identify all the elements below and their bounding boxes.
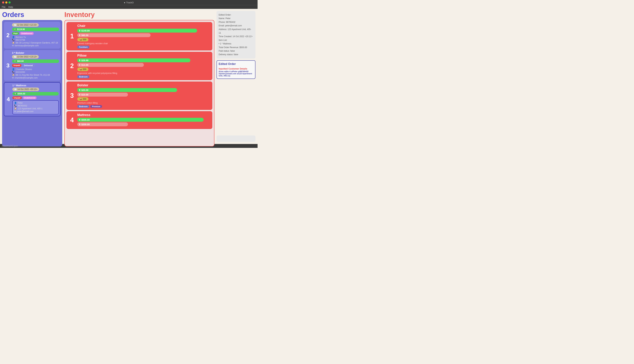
inventory-item-1[interactable]: 1 Chair ⬆ $149.99 ⬇ $80.50 (66, 22, 212, 50)
statusbar-text: /data/trackO.json (2, 145, 18, 147)
clock-icon-3: 🕐 (14, 56, 17, 58)
inv-tags-3: Bedroom Premium (77, 105, 210, 108)
titlebar: ● TrackO (0, 0, 258, 5)
edited-order-info: Edited Order: Name: Peter Phone: 9876543… (216, 11, 256, 58)
home-icon-4: 🏠 (14, 107, 17, 110)
order-item-name-3: 3 * Bolster (12, 52, 59, 54)
inv-name-2: Pillow (77, 54, 210, 58)
inv-number-3: 3 (68, 84, 76, 108)
menu-help[interactable]: Help (8, 6, 13, 8)
order-phone-display: Phone: 98765432 (219, 20, 253, 24)
inv-cost-price-1: ⬇ $80.50 (77, 33, 88, 37)
down-arrow-icon-4: ⬇ (79, 123, 81, 126)
badge-unpaid-3: Unpaid (12, 64, 22, 67)
close-button[interactable] (2, 2, 4, 4)
order-address-4: 🏠 123 Apartment Unit, #05-1 (14, 107, 57, 110)
traffic-lights[interactable] (2, 2, 10, 4)
minimize-button[interactable] (5, 2, 8, 4)
down-arrow-icon-2: ⬇ (79, 64, 81, 66)
inv-stock-2: 📦 300 (77, 68, 88, 71)
app-title: ● TrackO (124, 1, 134, 4)
item-list-label: Item List: (219, 38, 253, 42)
menubar: File Help (0, 5, 258, 9)
inv-tags-1: Furniture (77, 46, 210, 48)
inv-cost-bar-3: ⬇ $10.00 (77, 93, 210, 96)
inv-sell-bar-3: ⬆ $20.00 (77, 88, 210, 92)
down-arrow-icon-1: ⬇ (79, 34, 81, 36)
inv-sell-price-1: ⬆ $149.99 (77, 29, 90, 32)
inv-number-2: 2 (68, 54, 76, 78)
item-list-value: • 1 * Mattress (219, 42, 253, 46)
inventory-item-4[interactable]: 4 Mattress ⬆ $500.00 ⬇ $200 (66, 111, 212, 129)
edited-order-box-title: Edited Order (219, 62, 253, 66)
order-date-3: 🕐 13 Oct 2022 <13:12> (12, 55, 39, 58)
up-arrow-icon-4: ⬆ (79, 118, 81, 121)
order-amount-2: 💵 $119.96 (12, 28, 59, 31)
order-card-4[interactable]: 4 1 * Mattress 🕐 14 Oct 2022 <20:12> 💵 $… (4, 82, 60, 116)
order-date-4: 🕐 14 Oct 2022 <20:12> (12, 88, 39, 91)
order-number-3: 3 (5, 52, 10, 80)
dollar-icon-2: 💵 (14, 28, 16, 30)
person-icon-3: 👤 (12, 68, 15, 70)
revenue-display: Total Order Revenue: $500.00 (219, 46, 253, 49)
inv-cost-bar-1: ⬇ $80.50 (77, 33, 210, 37)
order-name-2: 👤 Bernice Yu (12, 36, 59, 38)
inv-stock-3: 📦 300 (77, 97, 88, 101)
order-details-2: 🕐 12 Oct 2022 <12:15> 💵 $119.96 Paid Und… (12, 23, 59, 47)
right-panel: Edited Order: Name: Peter Phone: 9876543… (216, 11, 256, 142)
up-arrow-icon-2: ⬆ (79, 59, 81, 62)
order-badges-3: Unpaid Delivered (12, 64, 59, 67)
clock-icon-4: 🕐 (14, 88, 17, 90)
inv-number-4: 4 (68, 113, 76, 127)
order-number-2: 2 (5, 23, 10, 47)
bottom-input-box[interactable] (216, 136, 256, 142)
order-number-4: 4 (6, 84, 11, 114)
paid-status-display: Paid status: false (219, 49, 253, 53)
main-content: Orders 2 🕐 12 Oct 2022 <12:15> 💵 $119.96… (0, 9, 258, 144)
edited-order-label: Edited Order: (219, 13, 253, 17)
menu-file[interactable]: File (2, 6, 6, 8)
order-email-2: ✉ berniceyu@example.com (12, 44, 59, 47)
badge-undelivered-4: Undelivered (23, 96, 36, 99)
inventory-item-3[interactable]: 3 Bolster ⬆ $20.00 ⬇ $10.00 (66, 82, 212, 110)
inv-tag-furniture-1: Furniture (77, 46, 89, 48)
inv-tag-premium-3: Premium (90, 105, 102, 108)
email-icon-2: ✉ (12, 44, 14, 47)
inventory-item-2[interactable]: 2 Pillow ⬆ $29.99 ⬇ $14.99 (66, 52, 212, 80)
inv-desc-3: Premium cotton filling (77, 102, 210, 104)
order-badges-4: Unpaid Undelivered (12, 96, 59, 99)
inv-sell-bar-2: ⬆ $29.99 (77, 58, 210, 62)
inv-tag-bedroom-2: Bedroom (77, 75, 89, 78)
box-icon-1: 📦 (80, 38, 82, 41)
inventory-title: Inventory (64, 11, 214, 18)
inventory-list: 1 Chair ⬆ $149.99 ⬇ $80.50 (64, 20, 214, 146)
orders-list: 2 🕐 12 Oct 2022 <12:15> 💵 $119.96 Paid U… (2, 20, 62, 146)
person-icon-4: 👤 (14, 102, 17, 104)
trackO-icon: ● (124, 1, 126, 4)
order-details-4: 1 * Mattress 🕐 14 Oct 2022 <20:12> 💵 $50… (12, 84, 59, 114)
order-name-3: 👤 Charlotte Oliveiro (12, 68, 59, 70)
down-arrow-icon-3: ⬇ (79, 94, 81, 96)
inv-details-1: Chair ⬆ $149.99 ⬇ $80.50 (77, 24, 210, 48)
order-email-display: Email: peter@email.com (219, 24, 253, 28)
phone-icon-2: 📞 (12, 39, 15, 41)
inv-cost-bar-2: ⬇ $14.99 (77, 63, 210, 67)
inv-number-1: 1 (68, 24, 76, 48)
home-icon-3: 🏠 (12, 74, 15, 76)
inv-name-3: Bolster (77, 84, 210, 87)
inv-sell-bar-bg-3 (77, 88, 177, 92)
inv-sell-bar-4: ⬆ $500.00 (77, 118, 210, 122)
inv-details-4: Mattress ⬆ $500.00 ⬇ $200.00 (77, 113, 210, 127)
order-card-3[interactable]: 3 3 * Bolster 🕐 13 Oct 2022 <13:12> 💵 $6… (4, 50, 60, 81)
inv-sell-bar-bg-1 (77, 29, 197, 32)
order-phone-2: 📞 99272758 (12, 39, 59, 41)
badge-paid-2: Paid (12, 32, 19, 35)
maximize-button[interactable] (8, 2, 10, 4)
order-details-3: 3 * Bolster 🕐 13 Oct 2022 <13:12> 💵 $60.… (12, 52, 59, 80)
badge-delivered-3: Delivered (22, 64, 34, 67)
home-icon-2: 🏠 (12, 42, 15, 44)
order-address-3: 🏠 Blk 11 Ang Mo Kio Street 74, #11-04 (12, 74, 59, 76)
edited-order-box: Edited Order Inputted Customer Details (… (216, 60, 256, 79)
inv-details-3: Bolster ⬆ $20.00 ⬇ $10.00 (77, 84, 210, 108)
order-card-2[interactable]: 2 🕐 12 Oct 2022 <12:15> 💵 $119.96 Paid U… (4, 22, 60, 49)
